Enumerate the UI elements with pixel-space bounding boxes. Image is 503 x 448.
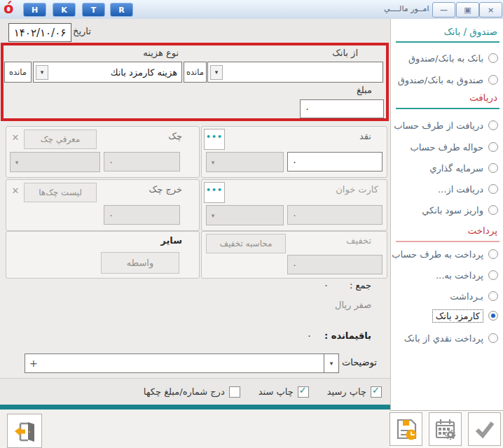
notes-dropdown-button[interactable]: ▾ xyxy=(324,354,339,373)
spend-cheque-amount-input: ۰ xyxy=(104,205,180,225)
radio-icon[interactable] xyxy=(488,120,498,130)
sidebar-item-pay-to-account[interactable]: پرداخت به طرف حساب xyxy=(392,246,500,262)
sidebar-item-receive-from-account[interactable]: دریافت از طرف حساب xyxy=(392,118,500,133)
save-clock-icon xyxy=(394,417,418,441)
print-option[interactable]: چاپ رسید xyxy=(327,386,382,398)
sidebar-item-receive-from[interactable]: دریافت از... xyxy=(392,181,500,197)
cheque-label: چک xyxy=(168,131,182,141)
card-reader-group: کارت خوان ••• ۰ ▾ xyxy=(201,179,387,231)
other-group: سایر واسطه xyxy=(6,231,200,279)
chevron-down-icon: ▾ xyxy=(207,212,219,219)
sidebar: صندوق / بانک بانک به بانک/صندوق صندوق به… xyxy=(390,19,503,410)
sidebar-item-fund-to-bank[interactable]: صندوق به بانک/صندوق xyxy=(392,72,500,88)
minimize-icon[interactable]: — xyxy=(432,2,455,18)
amount-label: مبلغ xyxy=(357,85,372,95)
spend-cheque-label: خرج چک xyxy=(149,184,182,195)
card-reader-amount-input: ۰ xyxy=(287,205,383,225)
from-bank-combobox[interactable]: ▾ xyxy=(207,62,383,83)
maximize-icon[interactable]: ▣ xyxy=(456,2,479,18)
cash-account-dropdown: ▾ xyxy=(206,152,284,172)
notes-input[interactable]: + xyxy=(25,354,325,373)
cheque-intro-button: معرفي چک xyxy=(24,130,97,149)
discount-amount-input: ۰ xyxy=(287,255,383,274)
radio-icon[interactable] xyxy=(488,291,498,301)
radio-icon[interactable] xyxy=(488,311,498,321)
cheque-list-button: لیست چک‌ها xyxy=(24,183,97,202)
cheque-clear-icon[interactable]: ✕ xyxy=(9,131,22,144)
radio-icon[interactable] xyxy=(488,270,498,280)
radio-icon[interactable] xyxy=(488,163,498,173)
close-icon[interactable]: × xyxy=(479,2,502,18)
exit-button[interactable] xyxy=(7,414,42,448)
remaining-label: باقیمانده : xyxy=(319,330,371,341)
print-option-label: درج شماره/مبلغ چکها xyxy=(144,386,225,397)
calendar-settings-button[interactable] xyxy=(429,412,462,446)
sidebar-item-cash-payment-from-bank[interactable]: پرداخت نقدي از بانک xyxy=(392,330,500,346)
accent-divider xyxy=(0,405,390,410)
card-reader-more-button[interactable]: ••• xyxy=(204,182,225,203)
sidebar-item-withdrawal[interactable]: بـرداشت xyxy=(392,288,500,304)
sidebar-item-investment[interactable]: سرمایه گذاري xyxy=(392,160,500,176)
radio-icon[interactable] xyxy=(488,249,498,259)
radio-icon[interactable] xyxy=(488,53,498,63)
section-divider xyxy=(396,241,499,242)
sidebar-item-account-transfer[interactable]: حواله طرف حساب xyxy=(392,139,500,155)
save-with-time-button[interactable] xyxy=(390,412,422,446)
cash-amount-input[interactable]: ۰ xyxy=(287,152,383,172)
expense-type-value: هزینه كارمزد بانك xyxy=(48,67,181,78)
chevron-down-icon: ▾ xyxy=(11,159,23,166)
print-option[interactable]: چاپ سند xyxy=(259,386,309,398)
card-reader-label: کارت خوان xyxy=(336,184,378,195)
total-value: ۰ xyxy=(324,280,329,290)
date-input[interactable]: ۱۴۰۲/۱۰/۰۶ xyxy=(8,23,71,42)
chevron-down-icon: ▾ xyxy=(330,360,333,367)
sidebar-item-bank-interest[interactable]: واریز سود بانکي xyxy=(392,202,500,218)
checkmark-icon xyxy=(473,417,497,441)
quick-button-t[interactable]: T xyxy=(82,3,105,17)
print-option-label: چاپ رسید xyxy=(327,386,366,397)
quick-button-r[interactable]: R xyxy=(110,3,133,17)
from-bank-balance-button[interactable]: مانده xyxy=(184,62,207,83)
app-logo-icon: ó xyxy=(4,0,13,17)
radio-icon[interactable] xyxy=(488,142,498,152)
chevron-down-icon[interactable]: ▾ xyxy=(210,65,223,80)
quick-button-k[interactable]: K xyxy=(53,3,76,17)
expense-type-label: نوع هزینه xyxy=(143,48,179,58)
spend-cheque-clear-icon[interactable]: ✕ xyxy=(9,184,22,197)
chevron-down-icon: ▾ xyxy=(207,159,219,166)
section-divider xyxy=(396,108,499,109)
calendar-gear-icon xyxy=(434,417,457,441)
amount-input[interactable]: ۰ xyxy=(300,99,384,118)
bottom-bar-left xyxy=(0,410,390,448)
radio-icon[interactable] xyxy=(488,184,498,194)
expense-type-balance-button[interactable]: مانده xyxy=(4,62,32,83)
sidebar-item-bank-fee[interactable]: کارمزد بانک xyxy=(392,308,500,323)
print-option-checkbox[interactable] xyxy=(371,386,382,398)
print-option-checkbox[interactable] xyxy=(229,386,240,398)
cash-more-button[interactable]: ••• xyxy=(204,129,225,150)
date-label: تاریخ xyxy=(73,26,91,36)
sidebar-item-bank-to-bank[interactable]: بانک به بانک/صندوق xyxy=(392,50,500,66)
quick-button-h[interactable]: H xyxy=(23,3,46,17)
expense-type-combobox[interactable]: ▾ هزینه كارمزد بانك xyxy=(33,62,182,83)
radio-icon[interactable] xyxy=(488,333,498,343)
radio-icon[interactable] xyxy=(488,75,498,85)
discount-label: تخفیف xyxy=(346,235,371,246)
chevron-down-icon[interactable]: ▾ xyxy=(36,65,48,80)
radio-icon[interactable] xyxy=(488,205,498,215)
app-window: ó H K T R امــور مالــــي — ▣ × ۱۴۰۲/۱۰/… xyxy=(0,0,503,448)
print-option-label: چاپ سند xyxy=(259,386,294,397)
print-options-bar: چاپ رسید چاپ سند درج شماره/مبلغ چکها xyxy=(0,378,390,405)
total-in-words: صفر ریال xyxy=(335,300,371,310)
print-option-checkbox[interactable] xyxy=(298,386,309,398)
print-option[interactable]: درج شماره/مبلغ چکها xyxy=(144,386,240,398)
window-title: امــور مالــــي xyxy=(384,4,432,13)
calc-discount-button: محاسبه تخفیف xyxy=(206,234,286,253)
cash-label: نقد xyxy=(359,131,371,141)
cash-group: نقد ••• ۰ ▾ xyxy=(201,126,387,178)
sidebar-item-pay-to[interactable]: پرداخت به... xyxy=(392,267,500,283)
sidebar-section-fund-bank: صندوق / بانک xyxy=(444,26,497,37)
confirm-button[interactable] xyxy=(468,412,501,446)
remaining-value: ۰ xyxy=(307,330,312,341)
cheque-group: ✕ معرفي چک چک ۰ ▾ xyxy=(6,126,200,178)
